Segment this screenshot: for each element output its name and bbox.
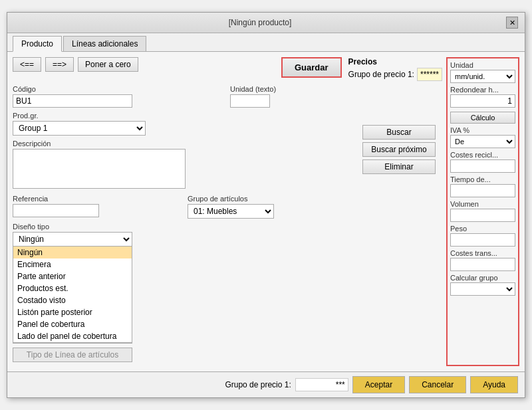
unidad-right-label: Unidad bbox=[450, 61, 515, 69]
left-form: Prod.gr. Group 1 Descripción Referencia bbox=[13, 112, 357, 366]
option-productos-est[interactable]: Productos est. bbox=[13, 282, 132, 294]
diseno-tipo-options[interactable]: Ningún Encimera Parte anterior Productos… bbox=[13, 247, 132, 343]
redondear-label: Redondear h... bbox=[450, 86, 515, 94]
diseno-tipo-dropdown[interactable]: Ningún Ningún Encimera Parte anterior Pr… bbox=[13, 232, 132, 247]
option-encimera[interactable]: Encimera bbox=[13, 258, 132, 270]
next-button[interactable]: ==> bbox=[45, 57, 74, 72]
unidad-texto-input[interactable] bbox=[230, 94, 270, 108]
prodgr-field: Prod.gr. Group 1 bbox=[13, 112, 357, 136]
aceptar-button[interactable]: Aceptar bbox=[352, 376, 405, 393]
iva-select[interactable]: De bbox=[450, 135, 515, 148]
prodgr-label: Prod.gr. bbox=[13, 112, 357, 120]
left-panel: <== ==> Poner a cero Guardar Precios Gru… bbox=[13, 57, 442, 366]
ayuda-button[interactable]: Ayuda bbox=[470, 376, 518, 393]
option-costado-visto[interactable]: Costado visto bbox=[13, 294, 132, 306]
costes-trans-label: Costes trans... bbox=[450, 249, 515, 257]
diseno-tipo-select[interactable]: Ningún bbox=[13, 232, 132, 247]
peso-input[interactable] bbox=[450, 233, 515, 247]
main-content: <== ==> Poner a cero Guardar Precios Gru… bbox=[7, 52, 525, 371]
save-button[interactable]: Guardar bbox=[281, 57, 342, 78]
costes-trans-input[interactable]: 0.000 bbox=[450, 258, 515, 271]
option-panel[interactable]: Panel de cobertura bbox=[13, 318, 132, 330]
tab-producto[interactable]: Producto bbox=[13, 36, 62, 52]
descripcion-input[interactable] bbox=[13, 149, 186, 189]
grupo-articulos-field: Grupo de artículos 01: Muebles bbox=[188, 195, 357, 219]
bottom-bar: Grupo de precio 1: Aceptar Cancelar Ayud… bbox=[7, 371, 525, 397]
calculo-button[interactable]: Cálculo bbox=[450, 112, 515, 124]
prev-button[interactable]: <== bbox=[13, 57, 41, 72]
costes-recicl-input[interactable]: 0.000 bbox=[450, 159, 515, 173]
diseno-tipo-field: Diseño tipo Ningún Ningún Encimera Parte… bbox=[13, 223, 357, 247]
prodgr-select[interactable]: Group 1 bbox=[13, 121, 146, 136]
descripcion-field: Descripción bbox=[13, 140, 357, 191]
option-ningún[interactable]: Ningún bbox=[13, 247, 132, 258]
tiempo-input[interactable]: 0.000 bbox=[450, 184, 515, 197]
codigo-unidad-row: Código Unidad (texto) bbox=[13, 85, 442, 112]
unidad-texto-label: Unidad (texto) bbox=[230, 85, 442, 93]
bottom-precio-input[interactable] bbox=[295, 378, 348, 391]
iva-label: IVA % bbox=[450, 126, 515, 134]
referencia-grupo-row: Referencia Grupo de artículos 01: Mueble… bbox=[13, 195, 357, 223]
costes-trans-row: Costes trans... 0.000 bbox=[450, 249, 515, 271]
buscar-button[interactable]: Buscar bbox=[362, 125, 436, 140]
tiempo-row: Tiempo de... 0.000 bbox=[450, 175, 515, 197]
title-bar: [Ningún producto] ✕ bbox=[7, 13, 525, 33]
calcular-grupo-row: Calcular grupo bbox=[450, 274, 515, 296]
costes-recicl-row: Costes recicl... 0.000 bbox=[450, 151, 515, 173]
unidad-row: Unidad mm/unid. bbox=[450, 61, 515, 83]
reset-button[interactable]: Poner a cero bbox=[78, 57, 138, 72]
codigo-input[interactable] bbox=[13, 94, 132, 108]
grupo-articulos-label: Grupo de artículos bbox=[188, 195, 357, 203]
costes-recicl-label: Costes recicl... bbox=[450, 151, 515, 159]
redondear-row: Redondear h... bbox=[450, 86, 515, 108]
referencia-input[interactable] bbox=[13, 204, 99, 217]
prices-row: Grupo de precio 1: ****** bbox=[348, 68, 442, 81]
option-lado-panel[interactable]: Lado del panel de cobertura bbox=[13, 330, 132, 342]
codigo-field: Código bbox=[13, 85, 225, 108]
volumen-input[interactable] bbox=[450, 209, 515, 222]
option-liston[interactable]: Listón parte posterior bbox=[13, 306, 132, 318]
toolbar-row: <== ==> Poner a cero Guardar Precios Gru… bbox=[13, 57, 442, 81]
grupo-precio-label: Grupo de precio 1: bbox=[348, 70, 414, 79]
calcular-grupo-label: Calcular grupo bbox=[450, 274, 515, 282]
action-buttons: Buscar Buscar próximo Eliminar bbox=[362, 112, 442, 366]
grupo-articulos-select[interactable]: 01: Muebles bbox=[188, 204, 274, 219]
grupo-precio-value: ****** bbox=[417, 68, 442, 81]
volumen-row: Volumen bbox=[450, 200, 515, 222]
tabs-bar: Producto Líneas adicionales bbox=[7, 33, 525, 52]
calcular-grupo-select[interactable] bbox=[450, 282, 515, 296]
cancelar-button[interactable]: Cancelar bbox=[409, 376, 466, 393]
right-panel: Unidad mm/unid. Redondear h... Cálculo I… bbox=[446, 57, 519, 366]
tipo-linea-button: Tipo de Línea de artículos bbox=[13, 348, 132, 362]
bottom-grupo-precio-label: Grupo de precio 1: bbox=[225, 380, 291, 389]
peso-row: Peso bbox=[450, 225, 515, 247]
option-parte-anterior[interactable]: Parte anterior bbox=[13, 270, 132, 282]
window-title: [Ningún producto] bbox=[14, 18, 506, 27]
codigo-label: Código bbox=[13, 85, 225, 93]
redondear-input[interactable] bbox=[450, 94, 515, 108]
referencia-label: Referencia bbox=[13, 195, 182, 203]
tiempo-label: Tiempo de... bbox=[450, 175, 515, 183]
referencia-field: Referencia bbox=[13, 195, 182, 219]
iva-row: IVA % De bbox=[450, 126, 515, 148]
middle-section: Prod.gr. Group 1 Descripción Referencia bbox=[13, 112, 442, 366]
descripcion-label: Descripción bbox=[13, 140, 357, 148]
unidad-right-select[interactable]: mm/unid. bbox=[450, 70, 515, 83]
close-button[interactable]: ✕ bbox=[506, 17, 518, 29]
eliminar-button[interactable]: Eliminar bbox=[362, 159, 436, 174]
prices-label: Precios bbox=[348, 57, 442, 66]
peso-label: Peso bbox=[450, 225, 515, 233]
buscar-proximo-button[interactable]: Buscar próximo bbox=[362, 142, 436, 157]
toolbar-left: <== ==> Poner a cero bbox=[13, 57, 276, 72]
unidad-texto-field: Unidad (texto) bbox=[230, 85, 442, 108]
tab-lineas-adicionales[interactable]: Líneas adicionales bbox=[63, 36, 146, 51]
diseno-tipo-label: Diseño tipo bbox=[13, 223, 357, 231]
prices-section: Precios Grupo de precio 1: ****** bbox=[348, 57, 442, 81]
volumen-label: Volumen bbox=[450, 200, 515, 208]
tipo-linea-field: Tipo de Línea de artículos bbox=[13, 348, 357, 362]
